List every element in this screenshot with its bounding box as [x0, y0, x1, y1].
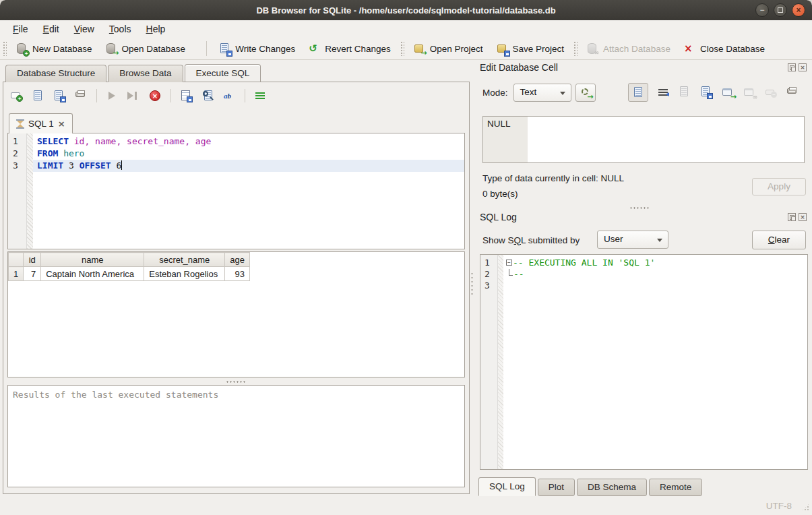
revert-changes-icon: ↺	[309, 43, 320, 55]
column-header-secret-name[interactable]: secret_name	[144, 253, 225, 267]
text-mode-button[interactable]	[628, 83, 648, 102]
word-wrap-button[interactable]	[657, 86, 670, 99]
sql-code-editor[interactable]: 1 2 3 SELECT id, name, secret_name, age …	[7, 133, 465, 249]
cell-edit-area[interactable]	[528, 117, 804, 162]
minimize-button[interactable]: −	[755, 3, 769, 17]
float-dock-icon[interactable]	[788, 213, 796, 221]
close-dock-icon[interactable]: ×	[799, 213, 807, 221]
log-content[interactable]: -- EXECUTING ALL IN 'SQL 1' --	[503, 255, 807, 469]
dock-tab-bar: SQL Log Plot DB Schema Remote	[478, 477, 704, 496]
column-header-age[interactable]: age	[225, 253, 250, 267]
cell-id[interactable]: 7	[24, 267, 41, 281]
close-button[interactable]: ×	[792, 3, 805, 17]
mode-label: Mode:	[482, 88, 508, 98]
execute-current-line-icon	[127, 90, 140, 102]
filter-label: Show SQL submitted by	[482, 235, 580, 245]
toolbar-separator	[96, 89, 97, 102]
stop-icon[interactable]: ×	[149, 90, 162, 102]
sql-log-filter-row: Show SQL submitted by User	[482, 231, 580, 249]
fold-collapse-icon[interactable]	[506, 260, 512, 266]
toolbar-drag-handle[interactable]	[400, 41, 404, 56]
text-cursor	[121, 160, 122, 170]
column-header-name[interactable]: name	[41, 253, 144, 267]
cell-value-editor[interactable]: NULL	[482, 116, 805, 163]
open-project-button[interactable]: → Open Project	[407, 40, 490, 57]
splitter-handle[interactable]	[226, 380, 246, 384]
tab-database-structure[interactable]: Database Structure	[5, 65, 106, 82]
cell-secret-name[interactable]: Esteban Rogelios	[144, 267, 225, 281]
main-tab-bar: Database Structure Browse Data Execute S…	[5, 65, 262, 82]
cell-name[interactable]: Captain North America	[41, 267, 144, 281]
row-number[interactable]: 1	[9, 267, 24, 281]
find-icon[interactable]	[201, 90, 214, 102]
save-sql-file-icon[interactable]	[53, 90, 66, 102]
maximize-button[interactable]	[774, 3, 787, 17]
main-toolbar: + New Database → Open Database Write Cha…	[0, 38, 812, 60]
results-header-row: id name secret_name age	[9, 253, 250, 267]
sql-log-title: SQL Log	[480, 212, 517, 222]
encoding-indicator: UTF-8	[766, 501, 792, 511]
menu-view[interactable]: View	[67, 22, 102, 36]
splitter-handle[interactable]	[629, 206, 650, 210]
tab-browse-data[interactable]: Browse Data	[108, 65, 183, 82]
open-sql-file-icon[interactable]	[32, 90, 44, 102]
import-settings-button[interactable]: →	[575, 84, 596, 102]
print-cell-button[interactable]	[786, 86, 799, 99]
results-grid: id name secret_name age 1 7 Captain Nort…	[7, 251, 465, 377]
open-external-button[interactable]: →	[722, 86, 735, 99]
database-open-icon: →	[106, 43, 117, 55]
dock-splitter-handle[interactable]	[470, 272, 474, 295]
mode-select[interactable]: Text	[513, 84, 571, 102]
dock-tab-plot[interactable]: Plot	[538, 479, 575, 496]
menu-file[interactable]: File	[5, 22, 36, 36]
open-database-button[interactable]: → Open Database	[99, 40, 201, 57]
menu-help[interactable]: Help	[139, 22, 173, 36]
log-line: -- EXECUTING ALL IN 'SQL 1'	[505, 257, 807, 268]
resize-grip[interactable]	[801, 503, 810, 512]
line-number-gutter: 1 2 3	[8, 133, 27, 249]
sql-log-view[interactable]: 1 2 3 -- EXECUTING ALL IN 'SQL 1' --	[480, 254, 808, 470]
table-row: 1 7 Captain North America Esteban Rogeli…	[9, 267, 250, 281]
save-project-button[interactable]: Save Project	[490, 40, 571, 57]
find-replace-icon[interactable]: ab	[223, 90, 236, 102]
new-database-button[interactable]: + New Database	[9, 40, 99, 57]
dock-tab-sql-log[interactable]: SQL Log	[478, 477, 536, 496]
revert-changes-button[interactable]: ↺ Revert Changes	[302, 40, 398, 57]
attach-database-button: ∞ Attach Database	[580, 40, 677, 57]
fold-connector	[509, 269, 513, 276]
submitter-select[interactable]: User	[597, 231, 668, 249]
dock-tab-remote[interactable]: Remote	[649, 479, 702, 496]
close-dock-icon[interactable]: ×	[799, 63, 807, 71]
project-open-icon: →	[414, 43, 425, 55]
cell-null-indicator: NULL	[483, 117, 528, 162]
export-data-button[interactable]	[700, 86, 713, 99]
sql-code-area[interactable]: SELECT id, name, secret_name, age FROM h…	[33, 133, 464, 249]
menu-edit[interactable]: Edit	[36, 22, 67, 36]
results-message-box[interactable]: Results of the last executed statements	[7, 385, 465, 487]
cell-age[interactable]: 93	[225, 267, 250, 281]
export-results-icon[interactable]	[180, 90, 193, 102]
float-dock-icon[interactable]	[788, 63, 796, 71]
write-changes-button[interactable]: Write Changes	[212, 40, 302, 57]
clear-log-button[interactable]: Clear	[752, 231, 806, 249]
print-icon[interactable]	[75, 90, 88, 102]
toolbar-separator	[206, 41, 207, 56]
column-header-id[interactable]: id	[24, 253, 41, 267]
close-sql-tab-icon[interactable]: ×	[58, 119, 65, 128]
log-line: --	[505, 268, 807, 280]
sql-document-tab[interactable]: SQL 1 ×	[9, 113, 73, 133]
project-save-icon	[497, 43, 508, 55]
right-dock: Edit Database Cell × Mode: Text → → ∞ NU…	[474, 61, 811, 497]
dock-tab-db-schema[interactable]: DB Schema	[577, 479, 647, 496]
format-sql-icon[interactable]	[254, 90, 267, 102]
edit-database-cell-title: Edit Database Cell	[480, 62, 558, 73]
toolbar-separator	[170, 89, 171, 102]
close-database-button[interactable]: × Close Database	[677, 40, 772, 57]
tab-execute-sql[interactable]: Execute SQL	[185, 64, 261, 82]
toolbar-drag-handle[interactable]	[3, 41, 7, 56]
write-changes-icon	[219, 43, 230, 55]
grid-corner	[9, 253, 24, 267]
new-sql-tab-icon[interactable]: +	[10, 90, 23, 102]
toolbar-drag-handle[interactable]	[573, 41, 577, 56]
menu-tools[interactable]: Tools	[102, 22, 139, 36]
